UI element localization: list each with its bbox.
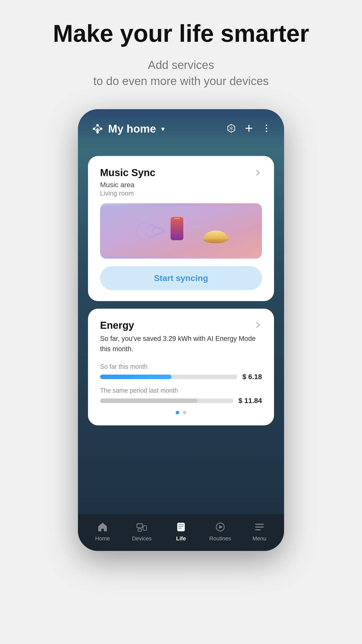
- energy-this-month-row: So far this month $ 6.18: [100, 363, 262, 381]
- svg-rect-23: [178, 526, 184, 527]
- phone-header: My home ▾: [78, 109, 284, 148]
- svg-rect-19: [143, 526, 147, 530]
- svg-rect-15: [174, 218, 180, 219]
- last-month-bar-fill: [100, 398, 197, 403]
- this-month-amount: $ 6.18: [242, 373, 262, 381]
- svg-rect-29: [255, 529, 261, 530]
- dot-1: [176, 411, 179, 414]
- menu-nav-label: Menu: [252, 535, 266, 542]
- phone-content: Music Sync Music area Living room: [78, 148, 284, 551]
- start-syncing-button[interactable]: Start syncing: [100, 266, 262, 290]
- music-area-label: Music area: [100, 181, 262, 189]
- svg-rect-9: [245, 128, 252, 129]
- music-sync-card: Music Sync Music area Living room: [88, 156, 274, 301]
- nav-item-devices[interactable]: Devices: [122, 521, 161, 542]
- top-actions: [226, 123, 272, 134]
- hero-subtitle: Add services to do even more with your d…: [93, 57, 269, 89]
- routines-nav-label: Routines: [209, 535, 231, 542]
- energy-chevron-icon[interactable]: [254, 321, 262, 330]
- bottom-nav: Home Devices Life: [78, 514, 284, 551]
- energy-title: Energy: [100, 320, 134, 331]
- life-nav-label: Life: [176, 535, 186, 542]
- menu-nav-icon: [254, 521, 265, 533]
- add-icon[interactable]: [244, 123, 254, 134]
- this-month-bar-bg: [100, 375, 237, 379]
- svg-rect-24: [178, 528, 182, 529]
- routines-nav-icon: [214, 521, 226, 533]
- devices-nav-label: Devices: [132, 535, 152, 542]
- devices-nav-icon: [136, 521, 148, 533]
- svg-rect-18: [138, 529, 142, 531]
- svg-rect-22: [178, 524, 184, 525]
- energy-description: So far, you've saved 3.29 kWh with AI En…: [100, 334, 262, 354]
- svg-line-5: [98, 125, 101, 129]
- ar-icon[interactable]: [226, 123, 236, 134]
- svg-line-4: [94, 125, 98, 129]
- dot-2: [183, 411, 186, 414]
- home-nav-icon: [97, 521, 108, 533]
- music-sync-title: Music Sync: [100, 167, 155, 178]
- energy-card: Energy So far, you've saved 3.29 kWh wit…: [88, 309, 274, 425]
- svg-point-12: [266, 131, 267, 132]
- life-nav-icon: [175, 521, 187, 533]
- last-month-amount: $ 11.84: [239, 397, 262, 405]
- svg-rect-21: [177, 523, 185, 531]
- home-nav-label: Home: [95, 535, 110, 542]
- svg-rect-28: [255, 527, 264, 528]
- home-label[interactable]: My home ▾: [90, 122, 165, 136]
- more-icon[interactable]: [261, 123, 272, 134]
- hero-title: Make your life smarter: [53, 20, 309, 47]
- nav-item-menu[interactable]: Menu: [240, 521, 279, 542]
- last-month-bar-bg: [100, 398, 234, 403]
- svg-rect-14: [171, 217, 184, 240]
- svg-point-10: [266, 125, 267, 126]
- svg-rect-17: [137, 524, 143, 528]
- home-chevron-icon: ▾: [161, 125, 165, 133]
- this-month-label: So far this month: [100, 363, 262, 370]
- home-icon: [90, 122, 105, 136]
- svg-point-11: [266, 128, 267, 129]
- home-title-text: My home: [108, 123, 156, 135]
- this-month-bar-fill: [100, 375, 171, 379]
- music-location-label: Living room: [100, 189, 262, 197]
- music-sync-chevron-icon[interactable]: [254, 169, 262, 177]
- card-dots-indicator: [100, 411, 262, 414]
- phone-mockup: My home ▾: [78, 109, 284, 551]
- nav-item-routines[interactable]: Routines: [201, 521, 240, 542]
- energy-last-month-row: The same period last month $ 11.84: [100, 387, 262, 405]
- nav-item-home[interactable]: Home: [83, 521, 122, 542]
- last-month-label: The same period last month: [100, 387, 262, 394]
- svg-rect-27: [255, 524, 264, 525]
- music-illustration: [100, 203, 262, 259]
- nav-item-life[interactable]: Life: [161, 521, 201, 542]
- svg-marker-26: [219, 525, 223, 529]
